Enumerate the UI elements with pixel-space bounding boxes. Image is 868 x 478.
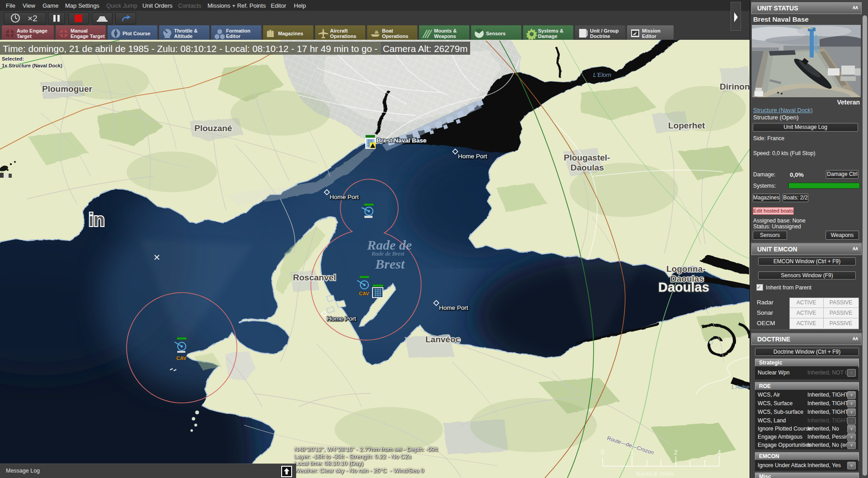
svg-text:Home Port: Home Port [327, 315, 356, 322]
svg-text:Ploumoguer: Ploumoguer [42, 84, 92, 94]
svg-text:Daoulas: Daoulas [571, 163, 604, 172]
svg-text:Roscanvel: Roscanvel [293, 273, 336, 282]
svg-text:Plougastel-: Plougastel- [564, 153, 610, 162]
svg-text:Dirinon: Dirinon [720, 82, 750, 91]
svg-text:Home Port: Home Port [330, 194, 359, 200]
svg-text:Brest: Brest [375, 256, 406, 271]
svg-text:1: 1 [630, 449, 634, 456]
svg-text:Nautical miles: Nautical miles [636, 470, 674, 477]
svg-text:Plouzané: Plouzané [194, 123, 232, 133]
svg-text:×2: ×2 [28, 14, 38, 23]
svg-text:Loperhet: Loperhet [668, 121, 705, 130]
svg-text:L'Elorn: L'Elorn [593, 71, 611, 78]
svg-text:4: 4 [717, 449, 721, 456]
svg-text:2: 2 [674, 449, 678, 456]
svg-text:0: 0 [601, 449, 604, 456]
svg-text:Brest Naval Base: Brest Naval Base [377, 137, 427, 144]
svg-text:Lanvéoc: Lanvéoc [425, 335, 461, 344]
svg-text:Home Port: Home Port [439, 304, 468, 311]
svg-text:Rade de Brest: Rade de Brest [371, 250, 405, 257]
svg-text:Home Port: Home Port [458, 153, 487, 160]
svg-text:Logonna-: Logonna- [666, 264, 706, 274]
svg-text:in: in [89, 210, 105, 230]
svg-text:CAV: CAV [176, 355, 187, 361]
svg-text:L'Aulne: L'Aulne [731, 384, 750, 390]
svg-text:Daoulas: Daoulas [670, 274, 704, 284]
svg-text:CAV: CAV [359, 291, 369, 296]
